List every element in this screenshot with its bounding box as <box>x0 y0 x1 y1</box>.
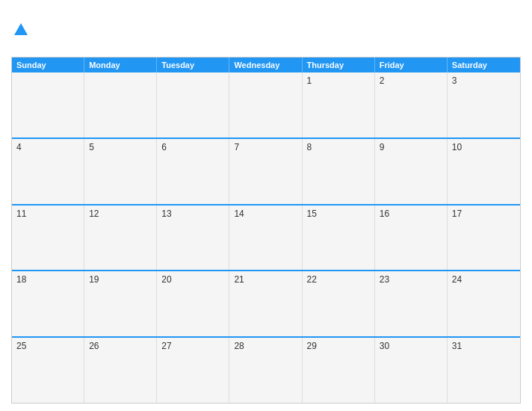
page-header <box>11 7 521 52</box>
cal-cell: 11 <box>12 206 84 271</box>
day-number: 25 <box>16 341 26 351</box>
cal-header-wednesday: Wednesday <box>229 58 302 72</box>
cal-cell: 1 <box>303 72 375 137</box>
day-number: 20 <box>161 274 171 285</box>
cal-cell: 27 <box>157 338 229 403</box>
cal-cell: 18 <box>12 271 84 336</box>
cal-cell: 15 <box>303 206 375 271</box>
day-number: 2 <box>380 75 385 86</box>
cal-week-0: 123 <box>12 72 520 137</box>
calendar-page: SundayMondayTuesdayWednesdayThursdayFrid… <box>0 0 532 411</box>
day-number: 19 <box>89 274 99 285</box>
cal-cell: 26 <box>84 338 157 403</box>
cal-header-saturday: Saturday <box>448 58 520 72</box>
day-number: 21 <box>234 274 244 285</box>
cal-cell <box>12 72 84 137</box>
cal-cell: 5 <box>84 139 157 204</box>
day-number: 31 <box>452 341 462 351</box>
cal-cell: 19 <box>84 271 157 336</box>
cal-cell: 31 <box>448 338 520 403</box>
cal-cell <box>229 72 302 137</box>
day-number: 22 <box>307 274 317 285</box>
day-number: 26 <box>89 341 99 351</box>
cal-cell: 12 <box>84 206 157 271</box>
day-number: 6 <box>161 142 167 152</box>
calendar-header: SundayMondayTuesdayWednesdayThursdayFrid… <box>12 58 520 72</box>
cal-cell: 29 <box>303 338 375 403</box>
day-number: 5 <box>89 142 94 152</box>
cal-cell: 23 <box>375 271 448 336</box>
cal-header-monday: Monday <box>84 58 157 72</box>
cal-week-4: 25262728293031 <box>12 336 520 403</box>
cal-cell: 2 <box>375 72 448 137</box>
day-number: 11 <box>16 208 26 219</box>
day-number: 14 <box>234 208 244 219</box>
day-number: 27 <box>161 341 171 351</box>
cal-cell: 14 <box>229 206 302 271</box>
cal-week-1: 45678910 <box>12 137 520 204</box>
day-number: 4 <box>16 142 22 152</box>
day-number: 10 <box>452 142 462 152</box>
cal-cell: 6 <box>157 139 229 204</box>
cal-cell: 13 <box>157 206 229 271</box>
cal-cell: 16 <box>375 206 448 271</box>
cal-header-thursday: Thursday <box>303 58 375 72</box>
cal-cell <box>84 72 157 137</box>
day-number: 18 <box>16 274 26 285</box>
cal-cell: 4 <box>12 139 84 204</box>
logo <box>11 22 29 38</box>
day-number: 29 <box>307 341 317 351</box>
day-number: 13 <box>161 208 171 219</box>
day-number: 17 <box>452 208 462 219</box>
cal-header-sunday: Sunday <box>12 58 84 72</box>
day-number: 7 <box>234 142 239 152</box>
cal-cell: 25 <box>12 338 84 403</box>
day-number: 24 <box>452 274 462 285</box>
cal-header-friday: Friday <box>375 58 448 72</box>
cal-cell: 9 <box>375 139 448 204</box>
cal-cell: 17 <box>448 206 520 271</box>
day-number: 23 <box>380 274 389 285</box>
day-number: 9 <box>380 142 385 152</box>
cal-cell: 7 <box>229 139 302 204</box>
day-number: 16 <box>380 208 389 219</box>
cal-cell: 22 <box>303 271 375 336</box>
cal-cell: 24 <box>448 271 520 336</box>
cal-cell: 21 <box>229 271 302 336</box>
cal-week-3: 18192021222324 <box>12 270 520 336</box>
day-number: 15 <box>307 208 317 219</box>
cal-cell: 20 <box>157 271 229 336</box>
cal-week-2: 11121314151617 <box>12 204 520 271</box>
day-number: 30 <box>380 341 389 351</box>
day-number: 12 <box>89 208 99 219</box>
cal-cell: 10 <box>448 139 520 204</box>
logo-icon <box>13 22 29 38</box>
day-number: 1 <box>307 75 312 86</box>
cal-cell: 3 <box>448 72 520 137</box>
svg-marker-0 <box>14 23 28 35</box>
calendar-body: 1234567891011121314151617181920212223242… <box>12 72 520 403</box>
day-number: 28 <box>234 341 244 351</box>
cal-cell: 8 <box>303 139 375 204</box>
cal-header-tuesday: Tuesday <box>157 58 229 72</box>
cal-cell: 30 <box>375 338 448 403</box>
calendar: SundayMondayTuesdayWednesdayThursdayFrid… <box>11 57 521 404</box>
cal-cell: 28 <box>229 338 302 403</box>
day-number: 3 <box>452 75 457 86</box>
day-number: 8 <box>307 142 312 152</box>
cal-cell <box>157 72 229 137</box>
